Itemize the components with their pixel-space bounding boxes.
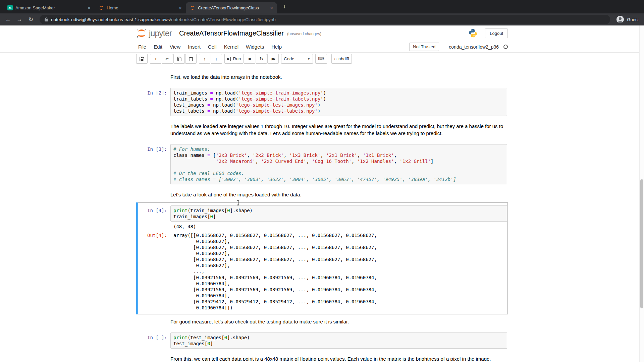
jupyter-header: jupyter CreateATensorFlowImageClassifier… (0, 25, 644, 41)
markdown-cell[interactable]: First, we load the data into arrays in t… (136, 70, 508, 85)
output-text: array([[0.01568627, 0.01568627, 0.015686… (170, 230, 507, 311)
nbdiff-icon: ○ (334, 56, 337, 61)
tab-label: Home (107, 5, 175, 10)
code-cell[interactable]: In [4]:print(train_images[0].shape)train… (136, 202, 508, 314)
add-cell-button[interactable]: + (150, 54, 161, 64)
tab-label: Amazon SageMaker (15, 5, 84, 10)
copy-cell-button[interactable] (173, 54, 185, 64)
cell-row: In [3]:# For humans:class_names = ['2x3 … (137, 144, 507, 184)
menu-item-edit[interactable]: Edit (150, 41, 166, 52)
code-line: test_images = np.load('lego-simple-test-… (173, 102, 504, 108)
jupyter-wordmark[interactable]: jupyter (149, 28, 172, 38)
save-status: (unsaved changes) (287, 32, 321, 36)
browser-tab[interactable]: CreateATensorFlowImageClass× (186, 2, 277, 13)
tab-close-icon[interactable]: × (86, 5, 92, 11)
save-button[interactable] (136, 54, 148, 64)
markdown-cell[interactable]: From this, we can tell each data point i… (136, 352, 508, 361)
profile-chip[interactable]: Guest (614, 15, 641, 23)
sagemaker-favicon (7, 5, 13, 10)
code-line (173, 164, 504, 170)
floppy-icon (140, 57, 144, 61)
chevron-down-icon: ▼ (307, 57, 310, 61)
code-line: '2x2 Macaroni', '2x2 Curved End', 'Cog 1… (173, 158, 504, 164)
copy-icon (177, 57, 181, 61)
notebook-title[interactable]: CreateATensorFlowImageClassifier (179, 29, 284, 37)
empty-prompt (137, 122, 170, 124)
browser-tab[interactable]: Amazon SageMaker× (3, 2, 95, 13)
menu-item-cell[interactable]: Cell (204, 41, 220, 52)
tab-close-icon[interactable]: × (269, 5, 274, 11)
kernel-name: conda_tensorflow2_p36 (449, 44, 499, 50)
input-prompt: In [2]: (137, 88, 170, 96)
code-line: # class_names = ['3002', '3003', '3622',… (173, 176, 504, 182)
kernel-status-icon (503, 45, 508, 49)
scrollbar[interactable] (639, 25, 644, 362)
jupyter-favicon (99, 5, 104, 10)
profile-label: Guest (627, 17, 639, 22)
reload-icon[interactable]: ↻ (26, 15, 36, 24)
cell-row: First, we load the data into arrays in t… (137, 73, 507, 82)
restart-run-all-button[interactable]: ▶▶ (267, 54, 279, 64)
menu-item-widgets[interactable]: Widgets (242, 41, 268, 52)
menu-item-kernel[interactable]: Kernel (220, 41, 242, 52)
nbdiff-button[interactable]: ○nbdiff (331, 54, 352, 64)
menu-item-help[interactable]: Help (268, 41, 285, 52)
url-path: /notebooks/CreateATensorFlowImageClassif… (170, 17, 276, 22)
restart-kernel-button[interactable]: ↻ (256, 54, 267, 64)
address-bar[interactable]: notebook-udtwigjh8cys.notebook.us-east-1… (40, 15, 610, 24)
code-input[interactable]: train_images = np.load('lego-simple-trai… (170, 88, 507, 116)
code-input[interactable]: # For humans:class_names = ['2x3 Brick',… (170, 144, 507, 184)
run-button[interactable]: ▶Run (224, 54, 244, 64)
notebook-container: First, we load the data into arrays in t… (136, 65, 508, 361)
paste-cell-button[interactable] (185, 54, 197, 64)
avatar (616, 15, 624, 23)
fast-forward-icon: ▶▶ (272, 57, 275, 61)
notebook-scroll-area[interactable]: First, we load the data into arrays in t… (0, 65, 644, 361)
notebook-toolbar: + ✂ ↑ ↓ ▶Run ■ ↻ ▶▶ Code▼ ⌨ ○nbdiff (0, 53, 644, 65)
empty-prompt (137, 190, 170, 192)
code-cell[interactable]: In [3]:# For humans:class_names = ['2x3 … (136, 141, 508, 187)
code-cell[interactable]: In [2]:train_images = np.load('lego-simp… (136, 85, 508, 119)
cut-cell-button[interactable]: ✂ (162, 54, 173, 64)
scrollbar-thumb[interactable] (640, 179, 643, 308)
empty-prompt (137, 73, 170, 75)
command-palette-button[interactable]: ⌨ (315, 54, 327, 64)
logout-button[interactable]: Logout (485, 28, 508, 38)
jupyter-favicon (190, 5, 195, 10)
back-icon[interactable]: ← (3, 15, 13, 24)
cell-row: The labels we loaded are integer values … (137, 122, 507, 138)
cell-row: From this, we can tell each data point i… (137, 355, 507, 361)
menubar-separator (444, 44, 444, 50)
forward-icon[interactable]: → (15, 15, 24, 24)
code-cell[interactable]: In [ ]:print(test_images[0].shape)test_i… (136, 329, 508, 352)
not-trusted-button[interactable]: Not Trusted (409, 43, 439, 51)
stop-button[interactable]: ■ (244, 54, 255, 64)
browser-tab[interactable]: Home× (95, 2, 186, 13)
output-row: Out[4]:array([[0.01568627, 0.01568627, 0… (137, 230, 507, 311)
markdown-cell[interactable]: The labels we loaded are integer values … (136, 119, 508, 141)
code-line: test_images[0] (173, 341, 504, 347)
code-input[interactable]: print(train_images[0].shape)train_images… (170, 205, 507, 222)
cell-type-select[interactable]: Code▼ (281, 54, 313, 64)
new-tab-button[interactable]: + (280, 2, 289, 12)
code-input[interactable]: print(test_images[0].shape)test_images[0… (170, 333, 507, 349)
tab-close-icon[interactable]: × (177, 5, 183, 11)
paste-icon (189, 57, 193, 61)
python-logo-icon (468, 28, 478, 38)
input-prompt: In [3]: (137, 144, 170, 152)
menu-item-file[interactable]: File (136, 41, 150, 52)
menu-item-view[interactable]: View (166, 41, 184, 52)
code-line: train_labels = np.load('lego-simple-trai… (173, 96, 504, 102)
code-line: # Or the real LEGO codes: (173, 170, 504, 176)
code-line: test_labels = np.load('lego-simple-test-… (173, 108, 504, 114)
move-cell-down-button[interactable]: ↓ (211, 54, 222, 64)
menu-item-insert[interactable]: Insert (184, 41, 204, 52)
move-cell-up-button[interactable]: ↑ (199, 54, 210, 64)
markdown-cell[interactable]: For good measure, let's also check out t… (136, 314, 508, 329)
empty-prompt (137, 222, 170, 224)
jupyter-logo-icon[interactable] (136, 28, 147, 38)
output-row: (48, 48) (137, 222, 507, 230)
run-icon: ▶ (227, 57, 231, 61)
markdown-text: First, we load the data into arrays in t… (170, 73, 507, 82)
markdown-cell[interactable]: Let's take a look at one of the images l… (136, 187, 508, 202)
